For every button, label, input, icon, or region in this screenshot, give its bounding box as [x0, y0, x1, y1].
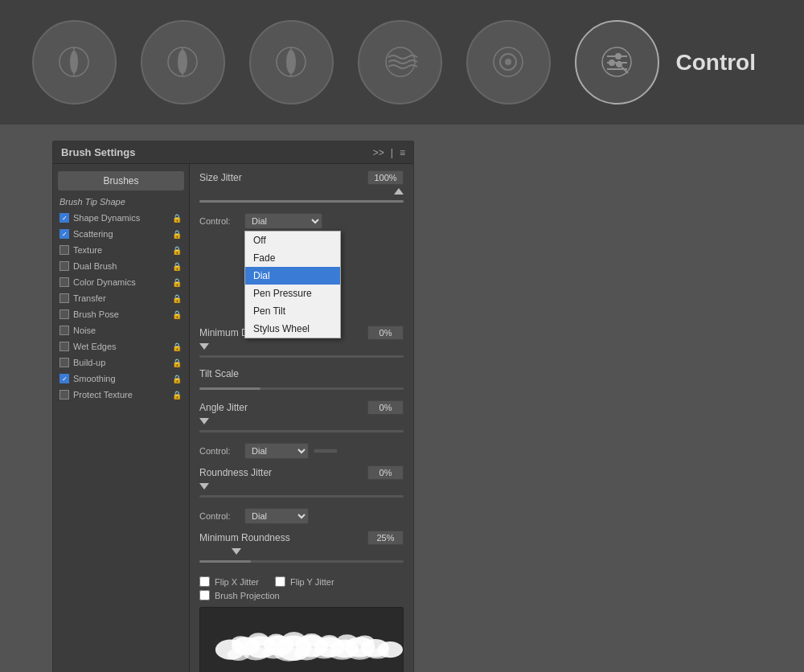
checkbox-transfer[interactable] — [59, 293, 69, 303]
dropdown-menu-1: Off Fade Dial Pen Pressure Pen Tilt Styl… — [244, 231, 341, 338]
control-2-extra — [314, 449, 338, 453]
flip-y-label: Flip Y Jitter — [290, 577, 334, 587]
brush-preset-4[interactable] — [358, 20, 442, 104]
control-select-2[interactable]: Dial — [244, 443, 309, 459]
layer-label-buildup: Build-up — [73, 358, 167, 367]
min-diam-value[interactable]: 0% — [367, 326, 404, 340]
size-jitter-value[interactable]: 100% — [367, 170, 404, 185]
checkbox-smoothing[interactable] — [59, 374, 69, 383]
checkbox-color-dynamics[interactable] — [59, 277, 69, 287]
layer-item-dual-brush[interactable]: Dual Brush 🔒 — [53, 258, 189, 274]
svg-point-9 — [386, 47, 415, 76]
control-label-area: Control — [675, 50, 756, 76]
size-jitter-row: Size Jitter 100% — [199, 170, 404, 185]
brush-preview — [199, 607, 404, 672]
tilt-scale-label: Tilt Scale — [199, 368, 239, 379]
expand-icon[interactable]: >> — [373, 147, 384, 158]
size-jitter-slider-row — [199, 188, 404, 207]
panel-header-icons: >> | ≡ — [373, 147, 405, 158]
brush-preset-2[interactable] — [141, 20, 225, 104]
layer-item-shape-dynamics[interactable]: Shape Dynamics 🔒 — [53, 210, 189, 226]
dropdown-item-off[interactable]: Off — [245, 232, 340, 249]
layer-item-transfer[interactable]: Transfer 🔒 — [53, 290, 189, 306]
main-area: Brush Settings >> | ≡ Brushes Brush Tip … — [0, 125, 804, 672]
lock-icon-protect-texture: 🔒 — [171, 389, 183, 400]
checkbox-texture[interactable] — [59, 245, 69, 255]
layers-list: Brushes Brush Tip Shape Shape Dynamics 🔒… — [53, 164, 190, 672]
layer-item-wet-edges[interactable]: Wet Edges 🔒 — [53, 338, 189, 354]
control-select-3[interactable]: Dial — [244, 508, 309, 524]
brush-tip-shape-label[interactable]: Brush Tip Shape — [53, 194, 189, 210]
angle-jitter-label: Angle Jitter — [199, 402, 248, 413]
checkbox-buildup[interactable] — [59, 358, 69, 367]
layer-item-texture[interactable]: Texture 🔒 — [53, 242, 189, 258]
angle-jitter-slider-row — [199, 418, 404, 436]
brush-preset-5[interactable] — [466, 20, 551, 104]
brush-preset-active[interactable] — [575, 20, 659, 104]
lock-icon-dual-brush: 🔒 — [171, 260, 183, 272]
min-roundness-slider-row — [199, 548, 404, 567]
svg-point-47 — [337, 634, 357, 646]
roundness-jitter-slider[interactable] — [199, 490, 404, 502]
tilt-scale-row: Tilt Scale — [199, 368, 404, 379]
control-dropdown-1[interactable]: Dial Off Fade Pen Pressure Pen Tilt Styl… — [244, 213, 322, 229]
layer-item-noise[interactable]: Noise — [53, 322, 189, 338]
settings-content: Size Jitter 100% Control: — [190, 164, 413, 672]
svg-point-17 — [609, 59, 615, 66]
layer-item-protect-texture[interactable]: Protect Texture 🔒 — [53, 387, 189, 403]
min-roundness-value[interactable]: 25% — [367, 531, 404, 545]
dropdown-item-stylus-wheel[interactable]: Stylus Wheel — [245, 320, 340, 338]
layer-label-brush-pose: Brush Pose — [73, 309, 167, 319]
checkbox-scattering[interactable] — [59, 229, 69, 239]
control-row-3: Control: Dial — [199, 508, 404, 524]
roundness-jitter-label: Roundness Jitter — [199, 467, 272, 478]
min-diam-slider-row — [199, 343, 404, 362]
panel-body: Brushes Brush Tip Shape Shape Dynamics 🔒… — [53, 164, 413, 672]
tilt-scale-slider[interactable] — [199, 383, 404, 394]
layer-item-color-dynamics[interactable]: Color Dynamics 🔒 — [53, 274, 189, 290]
layer-item-scattering[interactable]: Scattering 🔒 — [53, 226, 189, 242]
control-select-1[interactable]: Dial Off Fade Pen Pressure Pen Tilt Styl… — [244, 213, 322, 229]
lock-icon-color-dynamics: 🔒 — [171, 277, 183, 288]
brushes-tab[interactable]: Brushes — [58, 171, 184, 191]
flip-x-row: Flip X Jitter — [199, 576, 259, 587]
checkbox-wet-edges[interactable] — [59, 342, 69, 351]
min-diam-slider[interactable] — [199, 350, 404, 362]
control-label: Control — [675, 50, 756, 76]
lock-icon-wet-edges: 🔒 — [171, 341, 183, 352]
brush-preset-1[interactable] — [32, 20, 117, 104]
dropdown-item-dial[interactable]: Dial — [245, 267, 340, 285]
svg-point-48 — [355, 636, 374, 647]
svg-point-12 — [505, 59, 511, 65]
menu-icon[interactable]: ≡ — [400, 147, 405, 158]
brush-preset-3[interactable] — [249, 20, 334, 104]
layer-label-noise: Noise — [73, 326, 167, 335]
checkbox-brush-pose[interactable] — [59, 309, 69, 319]
flip-x-label: Flip X Jitter — [215, 577, 259, 587]
dropdown-item-fade[interactable]: Fade — [245, 249, 340, 267]
layer-label-protect-texture: Protect Texture — [73, 390, 167, 400]
angle-jitter-value[interactable]: 0% — [367, 400, 404, 415]
checkbox-noise[interactable] — [59, 326, 69, 335]
layer-label-shape-dynamics: Shape Dynamics — [73, 213, 167, 223]
brush-projection-checkbox[interactable] — [199, 590, 210, 600]
lock-icon-scattering: 🔒 — [171, 228, 183, 240]
layer-item-buildup[interactable]: Build-up 🔒 — [53, 354, 189, 371]
dropdown-item-pen-tilt[interactable]: Pen Tilt — [245, 302, 340, 320]
layer-item-brush-pose[interactable]: Brush Pose 🔒 — [53, 306, 189, 322]
svg-point-46 — [320, 635, 338, 647]
flip-x-checkbox[interactable] — [199, 576, 210, 587]
size-jitter-slider[interactable] — [199, 195, 404, 207]
checkbox-shape-dynamics[interactable] — [59, 213, 69, 223]
control-label-2: Control: — [199, 446, 240, 456]
checkbox-dual-brush[interactable] — [59, 261, 69, 271]
roundness-jitter-value[interactable]: 0% — [367, 465, 404, 480]
svg-point-42 — [248, 633, 269, 645]
checkbox-protect-texture[interactable] — [59, 390, 69, 400]
layer-item-smoothing[interactable]: Smoothing 🔒 — [53, 371, 189, 387]
dropdown-item-pen-pressure[interactable]: Pen Pressure — [245, 285, 340, 302]
flip-y-checkbox[interactable] — [275, 576, 285, 587]
min-roundness-slider[interactable] — [199, 555, 404, 567]
control-label-3: Control: — [199, 511, 240, 521]
angle-jitter-slider[interactable] — [199, 425, 404, 436]
